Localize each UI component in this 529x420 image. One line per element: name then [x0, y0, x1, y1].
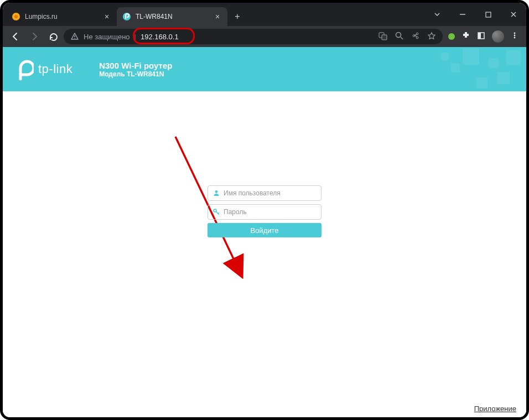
svg-point-17 — [514, 35, 516, 37]
address-bar[interactable]: Не защищено | 192.168.0.1 — [64, 29, 443, 44]
svg-rect-8 — [382, 35, 387, 40]
favicon-lumpics — [12, 12, 20, 21]
page-body: Войдите Приложение — [3, 91, 526, 417]
key-icon — [212, 208, 220, 216]
password-input[interactable] — [224, 208, 317, 216]
svg-point-16 — [514, 33, 516, 34]
share-icon[interactable] — [411, 32, 419, 42]
reading-list-icon[interactable] — [477, 32, 485, 42]
tab-lumpics[interactable]: Lumpics.ru × — [6, 7, 117, 26]
brand-name: tp-link — [38, 62, 72, 76]
svg-point-18 — [514, 37, 516, 39]
svg-point-20 — [215, 190, 218, 193]
minimize-button[interactable] — [450, 3, 475, 26]
omnibox-actions — [378, 32, 436, 42]
zoom-icon[interactable] — [395, 32, 403, 42]
translate-icon[interactable] — [378, 32, 387, 42]
not-secure-icon — [70, 32, 79, 41]
reload-button[interactable] — [45, 28, 61, 45]
tab-title: TL-WR841N — [136, 13, 209, 20]
svg-line-10 — [401, 37, 403, 39]
router-header: tp-link N300 Wi-Fi роутер Модель TL-WR84… — [3, 47, 526, 91]
maximize-button[interactable] — [475, 3, 501, 26]
product-info: N300 Wi-Fi роутер Модель TL-WR841N — [99, 61, 172, 78]
login-form: Войдите — [208, 185, 321, 237]
app-link[interactable]: Приложение — [474, 405, 516, 413]
header-decoration — [427, 47, 526, 91]
svg-point-1 — [14, 15, 18, 18]
svg-point-9 — [396, 33, 401, 38]
close-icon[interactable]: × — [102, 12, 111, 21]
svg-line-23 — [218, 212, 219, 214]
new-tab-button[interactable]: + — [230, 9, 245, 24]
url-text: 192.168.0.1 — [141, 33, 179, 41]
tplink-logo-icon — [15, 58, 34, 80]
extension-status-icon[interactable] — [448, 33, 455, 40]
chevron-down-icon[interactable] — [424, 3, 450, 26]
favicon-tplink — [122, 12, 131, 21]
window-controls — [424, 3, 526, 26]
close-window-button[interactable] — [501, 3, 526, 26]
svg-rect-4 — [486, 12, 491, 17]
close-icon[interactable]: × — [213, 12, 222, 21]
product-model: Модель TL-WR841N — [99, 70, 172, 78]
browser-toolbar: Не защищено | 192.168.0.1 — [3, 26, 526, 47]
profile-avatar[interactable] — [492, 30, 504, 43]
bookmark-icon[interactable] — [427, 32, 436, 42]
svg-point-13 — [416, 37, 418, 39]
svg-point-11 — [416, 33, 418, 35]
user-icon — [212, 189, 220, 197]
security-label: Не защищено — [84, 33, 130, 41]
back-button[interactable] — [7, 28, 24, 45]
login-button[interactable]: Войдите — [208, 223, 321, 237]
title-bar: Lumpics.ru × TL-WR841N × + — [3, 3, 526, 26]
tab-tlwr841n[interactable]: TL-WR841N × — [117, 7, 227, 26]
svg-point-6 — [74, 38, 75, 39]
extensions-icon[interactable] — [461, 31, 470, 42]
forward-button[interactable] — [26, 28, 43, 45]
password-field[interactable] — [208, 204, 321, 220]
svg-rect-15 — [478, 33, 481, 39]
product-title: N300 Wi-Fi роутер — [99, 61, 172, 70]
username-input[interactable] — [224, 189, 317, 197]
toolbar-extensions — [445, 30, 522, 43]
tab-title: Lumpics.ru — [25, 13, 98, 20]
username-field[interactable] — [208, 185, 321, 201]
menu-icon[interactable] — [511, 32, 518, 42]
svg-point-21 — [214, 209, 216, 212]
brand-logo: tp-link — [3, 58, 72, 80]
tab-strip: Lumpics.ru × TL-WR841N × + — [3, 3, 247, 26]
